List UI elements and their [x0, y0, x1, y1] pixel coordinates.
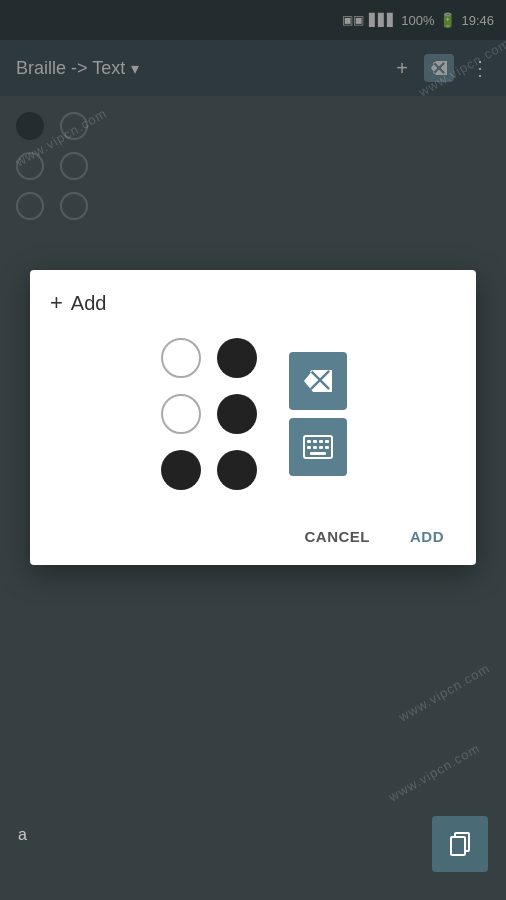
- braille-dot-4[interactable]: [217, 394, 257, 434]
- dialog-add-icon: +: [50, 290, 63, 316]
- braille-delete-button[interactable]: [289, 352, 347, 410]
- braille-input-area: [50, 336, 456, 492]
- dialog-action-buttons: CANCEL ADD: [50, 508, 456, 565]
- braille-dot-2[interactable]: [217, 338, 257, 378]
- bottom-character-label: a: [18, 826, 27, 844]
- add-button[interactable]: ADD: [398, 520, 456, 553]
- braille-dot-grid: [159, 336, 259, 492]
- svg-rect-5: [307, 446, 311, 449]
- dialog-title-text: Add: [71, 292, 107, 315]
- braille-dot-5[interactable]: [161, 450, 201, 490]
- fab-copy-button[interactable]: [432, 816, 488, 872]
- dialog-title: + Add: [50, 290, 456, 316]
- braille-dot-3[interactable]: [161, 394, 201, 434]
- braille-action-buttons: [289, 352, 347, 476]
- svg-rect-4: [325, 440, 329, 443]
- braille-dot-6[interactable]: [217, 450, 257, 490]
- svg-rect-1: [307, 440, 311, 443]
- svg-rect-11: [451, 837, 465, 855]
- cancel-button[interactable]: CANCEL: [293, 520, 383, 553]
- svg-rect-2: [313, 440, 317, 443]
- svg-rect-9: [310, 452, 326, 455]
- braille-dot-1[interactable]: [161, 338, 201, 378]
- braille-keyboard-button[interactable]: [289, 418, 347, 476]
- svg-rect-8: [325, 446, 329, 449]
- svg-rect-7: [319, 446, 323, 449]
- add-braille-dialog: + Add: [30, 270, 476, 565]
- svg-rect-3: [319, 440, 323, 443]
- svg-rect-6: [313, 446, 317, 449]
